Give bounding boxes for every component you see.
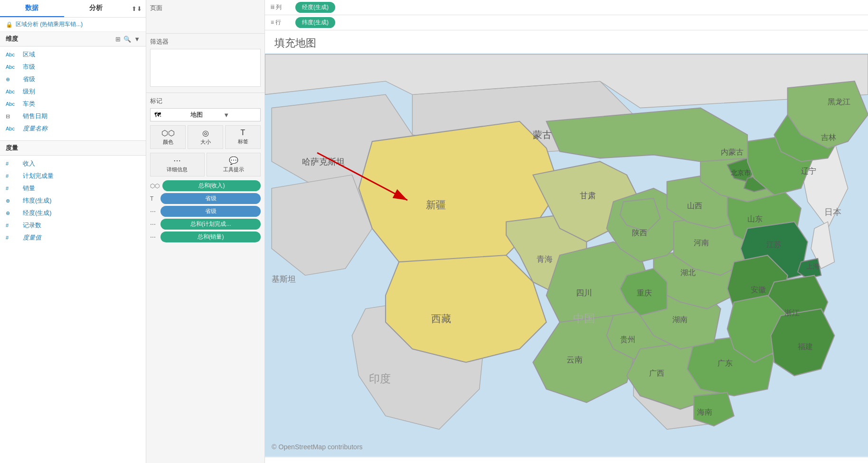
mark-label-btn[interactable]: T 标签 [225,125,261,149]
col-pill[interactable]: 经度(生成) [295,2,335,13]
svg-text:河南: 河南 [694,239,709,247]
mark-color-btn[interactable]: ⬡⬡ 颜色 [150,125,186,149]
measures-header: 度量 [0,140,146,156]
search-icon[interactable]: 🔍 [123,36,131,43]
svg-text:广西: 广西 [649,369,664,377]
svg-text:湖北: 湖北 [680,269,696,277]
lock-icon: 🔒 [6,21,13,28]
measure-field-纬度(生成)[interactable]: ⊕纬度(生成) [0,194,146,207]
svg-text:内蒙古: 内蒙古 [721,148,744,156]
mark-tooltip-btn[interactable]: 💬 工具提示 [207,153,261,176]
measure-field-销量[interactable]: #销量 [0,182,146,194]
field-name-label: 市级 [23,63,35,71]
row-label: ≡ 行 [271,19,290,27]
marks-pill-总和(销量): ⋯总和(销量) [150,232,261,242]
dimension-field-省级[interactable]: ⊕省级 [0,73,146,85]
label-label: 标签 [238,139,248,144]
field-type-icon: Abc [6,126,19,131]
field-type-icon: # [6,235,19,241]
svg-text:江苏: 江苏 [766,241,782,249]
row-pill[interactable]: 纬度(生成) [295,17,335,28]
pill-icon: ⋯ [150,208,158,215]
marks-section: 标记 🗺 地图 ▼ ⬡⬡ 颜色 ◎ 大小 T [146,93,264,246]
svg-text:贵州: 贵州 [620,335,635,343]
dimensions-header: 维度 ⊞ 🔍 ▼ [0,32,146,46]
svg-text:印度: 印度 [369,373,391,385]
tab-analysis[interactable]: 分析 [64,0,128,17]
pill-tag[interactable]: 总和(收入) [162,180,261,191]
measure-field-经度(生成)[interactable]: ⊕经度(生成) [0,207,146,219]
marks-type-dropdown[interactable]: 🗺 地图 ▼ [150,108,261,121]
pill-tag[interactable]: 总和(销量) [160,232,261,242]
dimension-field-区域[interactable]: Abc区域 [0,48,146,61]
svg-text:甘肃: 甘肃 [580,191,596,200]
field-type-icon: Abc [6,64,19,70]
filters-section: 筛选器 [146,34,264,93]
pill-icon: ⬡⬡ [150,183,160,189]
expand-icon[interactable]: ▼ [134,36,140,43]
measure-fields: #收入#计划完成量#销量⊕纬度(生成)⊕经度(生成)#记录数#度量值 [0,156,146,246]
tab-dropdown[interactable]: ⬆⬇ [128,0,146,17]
dimension-field-度量名称[interactable]: Abc度量名称 [0,122,146,135]
pill-tag[interactable]: 省级 [160,206,261,217]
pill-icon: ⋯ [150,221,158,228]
svg-text:© OpenStreetMap contributors: © OpenStreetMap contributors [272,443,363,451]
size-label: 大小 [200,139,211,145]
svg-text:海南: 海南 [697,408,712,416]
map-svg: 哈萨克斯坦 蒙古 黑龙江 内蒙古 吉林 辽宁 北京市 新疆 甘肃 山西 山东 青… [265,53,868,457]
field-type-icon: # [6,161,19,167]
svg-text:日本: 日本 [824,207,841,217]
grid-icon[interactable]: ⊞ [115,36,121,43]
right-panel: iii 列 经度(生成) ≡ 行 纬度(生成) 填充地图 [265,0,868,463]
tooltip-label: 工具提示 [223,167,244,172]
dimension-field-销售日期[interactable]: ⊟销售日期 [0,110,146,122]
dimension-field-车类[interactable]: Abc车类 [0,98,146,110]
marks-buttons-grid: ⬡⬡ 颜色 ◎ 大小 T 标签 [150,125,261,149]
field-name-label: 度量值 [23,233,41,242]
label-icon: T [227,129,258,137]
dimension-fields: Abc区域Abc市级⊕省级Abc级别Abc车类⊟销售日期Abc度量名称 [0,46,146,137]
left-panel: 数据 分析 ⬆⬇ 🔒 区域分析 (热销乘用车销...) 维度 ⊞ 🔍 ▼ Abc… [0,0,146,463]
marks-pill-总和(计划完成...: ⋯总和(计划完成... [150,219,261,230]
marks-type-label: 地图 [190,111,224,119]
pill-tag[interactable]: 总和(计划完成... [160,219,261,230]
svg-text:青海: 青海 [537,255,553,264]
field-name-label: 收入 [23,159,35,168]
pages-section: 页面 [146,0,264,34]
map-container: 哈萨克斯坦 蒙古 黑龙江 内蒙古 吉林 辽宁 北京市 新疆 甘肃 山西 山东 青… [265,53,868,457]
mark-detail-btn[interactable]: ⋯ 详细信息 [150,153,205,176]
svg-text:福建: 福建 [798,343,813,351]
svg-text:中国: 中国 [573,313,595,324]
field-type-icon: Abc [6,101,19,107]
measure-field-记录数[interactable]: #记录数 [0,219,146,232]
svg-text:辽宁: 辽宁 [801,167,816,175]
svg-text:上海: 上海 [806,262,820,270]
chart-area: 填充地图 [265,30,868,463]
pages-title: 页面 [150,4,261,12]
dimension-field-市级[interactable]: Abc市级 [0,61,146,73]
marks-title: 标记 [150,97,261,105]
svg-text:广东: 广东 [717,359,733,367]
field-name-label: 计划完成量 [23,172,54,180]
dimension-field-级别[interactable]: Abc级别 [0,85,146,98]
dropdown-arrow-icon: ▼ [223,111,256,119]
pages-content [150,15,261,29]
svg-text:北京市: 北京市 [731,169,751,176]
marks-buttons-grid2: ⋯ 详细信息 💬 工具提示 [150,153,261,176]
measure-field-度量值[interactable]: #度量值 [0,232,146,244]
pill-tag[interactable]: 省级 [160,193,261,204]
detail-label: 详细信息 [167,167,188,172]
size-icon: ◎ [190,129,221,138]
mark-size-btn[interactable]: ◎ 大小 [188,125,223,149]
filters-title: 筛选器 [150,37,261,46]
measure-field-计划完成量[interactable]: #计划完成量 [0,170,146,182]
field-type-icon: # [6,185,19,191]
field-name-label: 车类 [23,100,35,108]
filter-box [150,49,261,87]
svg-text:哈萨克斯坦: 哈萨克斯坦 [302,157,345,167]
measure-field-收入[interactable]: #收入 [0,157,146,170]
field-name-label: 经度(生成) [23,209,52,217]
marks-pills: ⬡⬡总和(收入)T省级⋯省级⋯总和(计划完成...⋯总和(销量) [150,180,261,242]
tab-data[interactable]: 数据 [0,0,64,17]
field-name-label: 省级 [23,75,35,83]
